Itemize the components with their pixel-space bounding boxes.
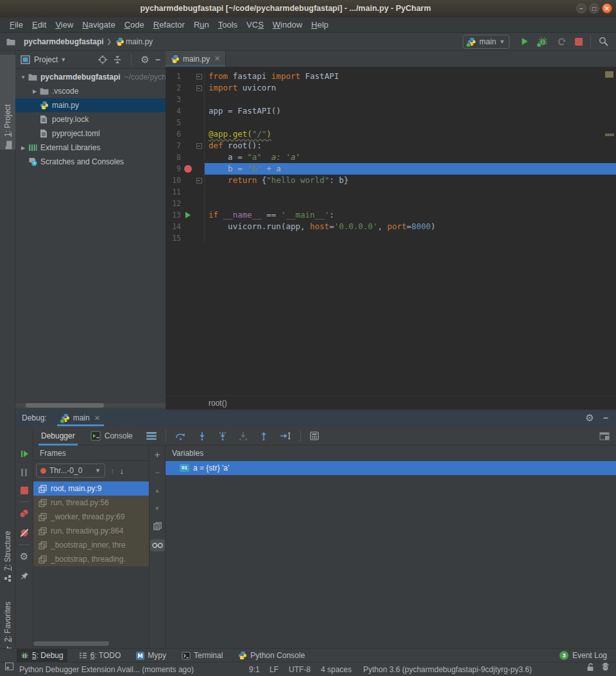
code-text[interactable]: if __name__ == '__main__': (205, 209, 616, 221)
stop-process-icon[interactable] (21, 487, 28, 494)
file-encoding[interactable]: UTF-8 (289, 663, 311, 676)
tree-expand-arrow-icon[interactable]: ▶ (18, 145, 28, 151)
fold-marker-icon[interactable]: − (194, 175, 205, 186)
frame-item[interactable]: _worker, thread.py:69 (33, 510, 149, 524)
restore-layout-icon[interactable] (599, 431, 610, 440)
force-step-into-icon[interactable] (218, 431, 227, 440)
code-text[interactable]: from fastapi import FastAPI (205, 71, 616, 82)
run-gutter-icon[interactable] (185, 212, 191, 218)
gear-icon[interactable]: ⚙ (141, 55, 149, 64)
run-button[interactable] (520, 37, 529, 46)
tree-item-pycharmdebugfastapi[interactable]: ▼pycharmdebugfastapi~/code/pycharmdebugf… (15, 70, 166, 84)
menu-item-tools[interactable]: Tools (214, 20, 242, 30)
next-frame-icon[interactable]: ↓ (120, 466, 124, 476)
title-bar[interactable]: pycharmdebugfastapi [~/code/pycharmdebug… (0, 0, 616, 18)
code-text[interactable] (205, 94, 616, 105)
frame-item[interactable]: _bootstrap_inner, thre (33, 538, 149, 552)
show-watches-icon[interactable] (150, 539, 165, 551)
close-button[interactable]: ✕ (602, 3, 612, 13)
debug-button[interactable] (538, 37, 548, 46)
tree-item-main-py[interactable]: main.py (15, 98, 166, 112)
code-editor[interactable]: 1−from fastapi import FastAPI2−import uv… (166, 67, 616, 395)
maximize-button[interactable]: □ (589, 3, 599, 13)
tree-item-pyproject-toml[interactable]: pyproject.toml (15, 126, 166, 141)
tab-console[interactable]: Console (83, 426, 141, 446)
menu-item-code[interactable]: Code (120, 20, 149, 30)
sidebar-item-structure[interactable]: 7: Structure (0, 510, 15, 582)
indent-style[interactable]: 4 spaces (321, 663, 352, 676)
status-message[interactable]: Python Debugger Extension Avail... (mome… (19, 663, 194, 676)
code-text[interactable]: return {"hello world": b} (205, 175, 616, 186)
tree-item-external-libraries[interactable]: ▶External Libraries (15, 141, 166, 155)
close-session-icon[interactable]: ✕ (94, 414, 100, 422)
run-with-coverage-button[interactable] (557, 37, 566, 46)
breadcrumb-function[interactable]: root() (209, 399, 227, 408)
code-text[interactable] (205, 117, 616, 128)
frame-item[interactable]: root, main.py:9 (33, 481, 149, 496)
sidebar-item-project[interactable]: 1: Project (0, 55, 15, 150)
menu-item-edit[interactable]: Edit (28, 20, 51, 30)
tree-expand-arrow-icon[interactable]: ▶ (30, 89, 40, 94)
inspections-profile-icon[interactable] (601, 663, 610, 671)
toolwindow-toggle-icon[interactable] (5, 663, 13, 670)
hide-panel-icon[interactable]: − (603, 413, 608, 423)
execution-line[interactable]: b = "b" + a (205, 163, 616, 175)
event-log-button[interactable]: 3 Event Log (560, 651, 616, 660)
debug-session-tab[interactable]: main ✕ (56, 410, 105, 426)
python-interpreter[interactable]: Python 3.6 (pycharmdebugfastapi-9cdjtyrg… (363, 663, 532, 676)
project-horizontal-scrollbar[interactable] (15, 403, 166, 408)
fold-marker-icon[interactable]: − (194, 82, 205, 94)
view-breakpoints-icon[interactable] (19, 509, 29, 518)
tree-item--vscode[interactable]: ▶.vscode (15, 84, 166, 98)
toolwindow-button-terminal[interactable]: Terminal (178, 649, 227, 662)
frame-item[interactable]: run, threading.py:864 (33, 524, 149, 538)
step-out-icon[interactable] (259, 431, 268, 440)
code-text[interactable]: app = FastAPI() (205, 105, 616, 117)
breadcrumb-project[interactable]: pycharmdebugfastapi (24, 37, 104, 46)
error-stripe-mark[interactable] (605, 134, 614, 136)
step-into-icon[interactable] (198, 431, 207, 440)
tree-item-poetry-lock[interactable]: poetry.lock (15, 112, 166, 126)
minimize-button[interactable]: − (576, 3, 586, 13)
lock-icon[interactable] (586, 663, 594, 672)
breakpoint-icon[interactable] (184, 165, 192, 173)
code-text[interactable]: uvicorn.run(app, host='0.0.0.0', port=80… (205, 221, 616, 232)
resume-program-icon[interactable] (20, 449, 29, 458)
toolwindow-button-mypy[interactable]: MMypy (132, 649, 170, 662)
code-text[interactable] (205, 186, 616, 198)
sidebar-item-favorites[interactable]: 2: Favorites (0, 585, 15, 654)
error-stripe-mark[interactable] (605, 71, 613, 78)
debug-settings-gear-icon[interactable]: ⚙ (20, 552, 28, 561)
collapse-all-icon[interactable] (113, 55, 122, 64)
code-text[interactable] (205, 198, 616, 209)
tab-debugger[interactable]: Debugger (33, 426, 83, 446)
toolwindow-button-python-console[interactable]: Python Console (234, 649, 309, 662)
run-to-cursor-icon[interactable] (280, 431, 291, 440)
variable-item[interactable]: 01a = {str} 'a' (166, 461, 616, 475)
gear-icon[interactable]: ⚙ (585, 413, 594, 422)
toolwindow-button-6-todo[interactable]: 6: TODO (75, 649, 125, 662)
menu-item-view[interactable]: View (51, 20, 78, 30)
menu-item-run[interactable]: Run (189, 20, 214, 30)
menu-item-vcs[interactable]: VCS (242, 20, 268, 30)
thread-selector[interactable]: Thr...-0_0 ▼ (36, 464, 105, 478)
breadcrumb-file[interactable]: main.py (126, 37, 153, 46)
stop-button[interactable] (575, 38, 583, 46)
code-text[interactable] (205, 232, 616, 244)
project-view-title[interactable]: Project (34, 55, 58, 64)
chevron-down-icon[interactable]: ▼ (60, 56, 66, 63)
evaluate-expression-icon[interactable] (310, 431, 319, 440)
frames-horizontal-scrollbar[interactable] (33, 641, 109, 646)
menu-item-file[interactable]: File (5, 20, 28, 30)
toolwindow-button-5-debug[interactable]: 5: Debug (17, 649, 67, 662)
menu-item-refactor[interactable]: Refactor (149, 20, 189, 30)
fold-marker-icon[interactable]: − (194, 140, 205, 152)
frame-item[interactable]: _bootstrap, threading. (33, 552, 149, 566)
close-tab-icon[interactable]: ✕ (214, 55, 220, 63)
search-everywhere-button[interactable] (599, 37, 608, 46)
code-text[interactable]: import uvicorn (205, 82, 616, 94)
new-watch-icon[interactable]: + (155, 450, 160, 459)
run-configuration-select[interactable]: main ▼ (463, 35, 509, 49)
tree-expand-arrow-icon[interactable]: ▼ (18, 74, 28, 80)
pin-tab-icon[interactable] (20, 571, 29, 580)
